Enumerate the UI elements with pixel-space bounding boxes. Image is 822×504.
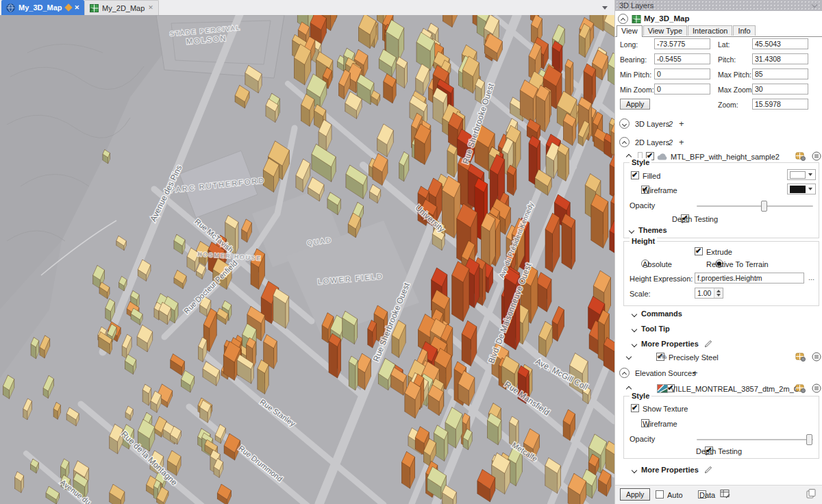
layer-menu-icon[interactable]	[812, 151, 821, 161]
tab-overflow-icon[interactable]	[602, 6, 608, 10]
close-icon[interactable]: ✕	[148, 5, 153, 11]
show-texture-checkbox[interactable]	[631, 404, 639, 412]
min-pitch-label: Min Pitch:	[620, 71, 651, 79]
extrude-label: Extrude	[706, 248, 732, 256]
min-pitch-input[interactable]	[654, 68, 710, 79]
min-zoom-input[interactable]	[654, 84, 710, 94]
cloud-icon	[657, 153, 668, 160]
wireframe-color-swatch	[790, 186, 806, 193]
max-pitch-input[interactable]	[752, 68, 808, 79]
commands-section[interactable]: Commands	[641, 310, 682, 318]
zoom-input[interactable]	[752, 99, 808, 110]
height-legend: Height	[630, 237, 657, 245]
layer-style-icon[interactable]	[795, 352, 806, 362]
view-apply-button[interactable]: Apply	[620, 99, 650, 110]
max-zoom-input[interactable]	[752, 84, 808, 94]
more-properties-chevron-icon[interactable]	[632, 342, 637, 347]
opacity-slider-handle[interactable]	[761, 201, 767, 212]
filled-label: Filled	[643, 172, 660, 180]
data-table-icon[interactable]	[720, 489, 730, 499]
collapse-3d-layers-button[interactable]	[619, 118, 630, 129]
tab-interaction[interactable]: Interaction	[688, 25, 732, 36]
zoom-label: Zoom:	[718, 101, 738, 109]
map-icon	[632, 15, 641, 23]
commands-chevron-icon[interactable]	[632, 312, 637, 317]
wireframe-label: Wireframe	[643, 186, 677, 194]
layer-name: Precisely Steel	[669, 353, 719, 362]
tab-view[interactable]: View	[616, 25, 643, 37]
globe-icon	[6, 3, 15, 12]
edit-pencil-icon[interactable]	[704, 466, 712, 474]
apply-button[interactable]: Apply	[620, 488, 650, 501]
auto-label: Auto	[667, 491, 683, 499]
raster-thumbnail-icon	[657, 384, 668, 393]
bearing-label: Bearing:	[620, 55, 647, 64]
absolute-label: Absolute	[643, 260, 672, 268]
group-3d-layers-label: 3D Layers	[635, 120, 669, 128]
lat-input[interactable]	[752, 38, 808, 49]
panel-footer: Apply Auto Data	[615, 485, 822, 504]
tab-label: My_3D_Map	[18, 3, 62, 12]
tab-my-2d-map[interactable]: My_2D_Map ✕	[84, 0, 159, 15]
lat-label: Lat:	[718, 40, 730, 49]
more-properties-chevron-icon[interactable]	[632, 468, 637, 473]
layers-panel: 3D Layers My_3D_Map ViewView TypeInterac…	[614, 0, 822, 504]
bearing-input[interactable]	[654, 53, 710, 64]
style-legend: Style	[630, 158, 651, 166]
collapse-map-section-button[interactable]	[618, 14, 628, 24]
min-zoom-label: Min Zoom:	[620, 86, 654, 94]
layer-style-icon[interactable]	[795, 383, 806, 393]
layer-menu-icon[interactable]	[812, 383, 821, 393]
group-elevation-sources-label: Elevation Sources	[635, 369, 696, 377]
layer-name: MTL_BFP_with_height_sample2	[671, 153, 780, 161]
auto-checkbox[interactable]	[656, 490, 664, 499]
scale-label: Scale:	[630, 290, 651, 298]
fill-color-dropdown[interactable]	[787, 169, 816, 180]
extrude-checkbox[interactable]	[695, 247, 703, 255]
panel-title-bar[interactable]: 3D Layers	[615, 0, 822, 11]
tab-my-3d-map[interactable]: My_3D_Map ✕	[1, 0, 84, 15]
height-expression-input[interactable]	[695, 273, 804, 284]
add-elevation-source-button[interactable]: +	[693, 368, 698, 378]
pitch-label: Pitch:	[718, 55, 736, 64]
tooltip-section[interactable]: Tool Tip	[641, 325, 670, 333]
layer-menu-icon[interactable]	[812, 352, 821, 362]
themes-section[interactable]: Themes	[638, 226, 667, 234]
long-input[interactable]	[654, 38, 710, 49]
max-zoom-label: Max Zoom:	[718, 86, 754, 94]
scale-stepper[interactable]: 1.00	[695, 288, 723, 299]
map-3d-viewport[interactable]: STADE PERCIVALMOLSONPARC RUTHERFORDQUADL…	[0, 15, 614, 504]
opacity-slider-handle[interactable]	[806, 434, 812, 445]
add-2d-layer-button[interactable]: +	[679, 137, 684, 147]
chevron-down-icon[interactable]	[812, 2, 817, 8]
opacity-label: Opacity	[630, 435, 655, 443]
layer-expand-caret[interactable]	[626, 386, 632, 392]
mtl-style-group: Style Filled Wireframe Opacity Depth Tes…	[623, 162, 819, 238]
close-icon[interactable]: ✕	[75, 5, 80, 11]
tab-info[interactable]: Info	[733, 25, 755, 36]
wireframe-color-dropdown[interactable]	[787, 184, 816, 194]
add-3d-layer-button[interactable]: +	[679, 118, 684, 129]
collapse-2d-layers-button[interactable]	[619, 137, 630, 147]
opacity-slider-track[interactable]	[697, 439, 813, 440]
tooltip-chevron-icon[interactable]	[632, 327, 637, 332]
filled-checkbox[interactable]	[631, 171, 639, 179]
layer-style-icon[interactable]	[795, 151, 806, 161]
relative-to-terrain-label: Relative To Terrain	[706, 260, 769, 268]
expression-builder-button[interactable]: ...	[808, 273, 814, 281]
tabs-divider	[615, 36, 822, 37]
long-label: Long:	[620, 40, 638, 49]
more-properties-section[interactable]: More Properties	[641, 340, 699, 348]
layer-name: VILLE_MONTREAL_3857_dtm_2m_Cli	[671, 385, 803, 393]
tab-view-type[interactable]: View Type	[643, 25, 687, 36]
layer-expand-caret[interactable]	[626, 354, 632, 360]
edit-pencil-icon[interactable]	[704, 340, 712, 348]
opacity-slider-track[interactable]	[697, 205, 813, 207]
collapse-elevation-sources-button[interactable]	[619, 368, 630, 378]
data-label: Data	[699, 491, 715, 499]
document-tab-strip: My_3D_Map ✕ My_2D_Map ✕	[0, 0, 614, 16]
copy-icon[interactable]	[806, 488, 817, 499]
more-properties-section[interactable]: More Properties	[641, 466, 699, 474]
pitch-input[interactable]	[752, 53, 808, 64]
themes-chevron-icon[interactable]	[629, 228, 634, 234]
